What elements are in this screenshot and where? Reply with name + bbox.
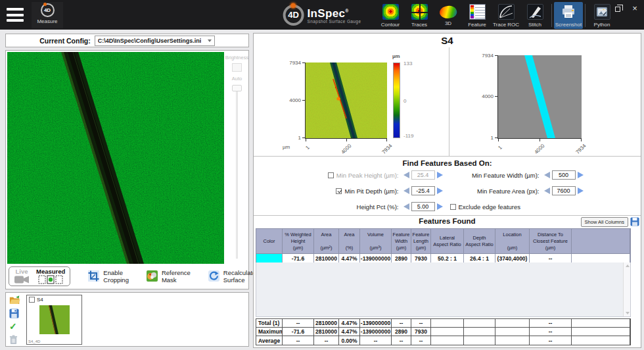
- reference-mask-button[interactable]: ReferenceMask: [146, 269, 191, 284]
- enable-cropping-button[interactable]: EnableCropping: [87, 269, 129, 284]
- tool-feature[interactable]: Feature: [463, 2, 492, 29]
- min-peak-height-input[interactable]: 25.4: [411, 170, 435, 180]
- header-area-pct[interactable]: Area(%): [339, 229, 360, 253]
- increment-arrow[interactable]: [437, 188, 443, 194]
- min-pit-depth-input[interactable]: -25.4: [411, 186, 435, 195]
- header-lateral-aspect[interactable]: LateralAspect Ratio: [431, 229, 464, 253]
- colorbar-min: -119: [403, 133, 413, 139]
- header-feature-width[interactable]: FeatureWidth(µm): [392, 229, 411, 253]
- table-cell: [572, 254, 630, 262]
- measured-button[interactable]: Measured: [36, 268, 65, 284]
- height-map-plot[interactable]: [306, 63, 387, 138]
- slider-handle[interactable]: [232, 85, 242, 91]
- titlebar: 4D Measure 4D InSpec® Snapshot Surface G…: [0, 0, 644, 30]
- increment-arrow[interactable]: [578, 188, 584, 194]
- analysis-panel: S4: [253, 33, 641, 348]
- table-cell: 4.47%: [339, 254, 360, 262]
- filmstrip-icon: [38, 275, 63, 284]
- registered-mark: ®: [345, 9, 348, 13]
- open-folder-button[interactable]: [9, 295, 20, 305]
- card-title: S4: [37, 297, 43, 303]
- s4-checkbox[interactable]: [29, 297, 35, 303]
- s4-thumbnail: [39, 305, 70, 334]
- close-button[interactable]: ×: [631, 5, 639, 12]
- decrement-arrow[interactable]: [403, 188, 409, 194]
- tool-screenshot[interactable]: Screenshot: [554, 2, 583, 29]
- min-peak-height-spinner: 25.4: [403, 170, 446, 180]
- tool-3d[interactable]: 3D: [434, 2, 463, 29]
- increment-arrow[interactable]: [437, 203, 443, 210]
- minimize-button[interactable]: [599, 5, 607, 12]
- config-bar: Current Config: C:\4D\InSpec\Config\User…: [5, 34, 249, 47]
- scroll-up-icon[interactable]: [626, 264, 630, 267]
- decrement-arrow[interactable]: [403, 172, 409, 178]
- table-cell: -139000000: [360, 254, 392, 262]
- header-weighted-height[interactable]: % WeightedHeight(µm): [283, 229, 314, 253]
- tool-traces[interactable]: Traces: [405, 2, 434, 29]
- live-button[interactable]: Live: [14, 268, 30, 284]
- export-table-button[interactable]: [630, 217, 639, 229]
- tool-stitch[interactable]: Stitch: [520, 2, 549, 29]
- tool-contour[interactable]: Contour: [376, 2, 405, 29]
- apply-check-button[interactable]: ✓: [9, 321, 20, 332]
- config-select[interactable]: C:\4D\InSpec\Config\UserSettings.ini: [95, 36, 215, 46]
- camera-panel: Brightness Auto Live Measured: [5, 50, 249, 289]
- window-controls: ×: [599, 5, 639, 12]
- colorbar-mid: 0: [403, 98, 406, 104]
- increment-arrow[interactable]: [437, 172, 443, 178]
- features-table: Color % WeightedHeight(µm) Area(µm²) Are…: [256, 228, 631, 263]
- feature-mask-plot[interactable]: [498, 55, 582, 138]
- features-list-area: [256, 262, 631, 317]
- exclude-edge-checkbox[interactable]: [450, 204, 456, 210]
- menu-button[interactable]: [7, 8, 24, 22]
- save-icon: [9, 309, 19, 318]
- chevron-down-icon: [208, 39, 212, 42]
- recalculate-surface-button[interactable]: RecalculateSurface: [208, 269, 256, 284]
- decrement-arrow[interactable]: [544, 172, 550, 178]
- brightness-slider[interactable]: [226, 84, 248, 261]
- min-feature-width-input[interactable]: 500: [552, 170, 576, 180]
- scroll-down-icon[interactable]: [626, 312, 630, 314]
- header-location[interactable]: Location(µm): [495, 229, 530, 253]
- save-button[interactable]: [9, 308, 20, 318]
- decrement-arrow[interactable]: [403, 203, 409, 210]
- measured-surface-image[interactable]: [7, 52, 224, 264]
- crop-icon: [87, 270, 100, 282]
- min-pit-depth-checkbox[interactable]: [336, 188, 342, 194]
- measurement-card[interactable]: S4 S4_4D: [26, 295, 82, 345]
- axis-unit: µm: [283, 144, 290, 150]
- header-distance[interactable]: Distance ToClosest Feature(µm): [530, 229, 572, 253]
- x-tick: 4000: [338, 140, 355, 157]
- delete-button[interactable]: [9, 334, 20, 345]
- min-peak-height-checkbox[interactable]: [328, 172, 334, 178]
- auto-label: Auto: [232, 76, 242, 82]
- scrollbar[interactable]: [623, 262, 630, 316]
- height-pct-input[interactable]: 5.00: [411, 202, 435, 211]
- feature-row[interactable]: -71.6 2810000 4.47% -139000000 2890 7930…: [256, 253, 630, 262]
- header-feature-length[interactable]: FeatureLength(µm): [411, 229, 431, 253]
- decrement-arrow[interactable]: [544, 188, 550, 194]
- header-volume[interactable]: Volume(µm³): [360, 229, 392, 253]
- 4d-logo-icon: 4D: [41, 3, 55, 17]
- x-tick: 7934: [379, 140, 396, 157]
- restore-button[interactable]: [615, 5, 623, 12]
- header-area-um2[interactable]: Area(µm²): [314, 229, 339, 253]
- traces-icon: [411, 4, 428, 20]
- increment-arrow[interactable]: [578, 172, 584, 178]
- tool-trace-roc[interactable]: Trace ROC: [492, 2, 520, 29]
- table-header-row: Color % WeightedHeight(µm) Area(µm²) Are…: [256, 229, 630, 253]
- feature-table-icon: [469, 4, 486, 20]
- total-row: Total (1) -- 2810000 4.47% -139000000 --…: [256, 319, 630, 328]
- table-cell: --: [530, 254, 572, 262]
- header-depth-aspect[interactable]: DepthAspect Ratio: [464, 229, 495, 253]
- colorbar-unit: µm: [392, 53, 400, 59]
- brightness-controls: Brightness Auto: [226, 55, 248, 261]
- measure-logo-button[interactable]: 4D Measure: [32, 2, 63, 28]
- header-color[interactable]: Color: [256, 229, 283, 253]
- app-window: 4D Measure 4D InSpec® Snapshot Surface G…: [0, 0, 644, 350]
- show-all-columns-button[interactable]: Show All Columns: [581, 217, 628, 227]
- measure-label: Measure: [37, 18, 57, 24]
- min-feature-area-input[interactable]: 7600: [552, 186, 576, 195]
- min-pit-depth-spinner: -25.4: [403, 186, 446, 195]
- brand-name: InSpec: [308, 7, 346, 20]
